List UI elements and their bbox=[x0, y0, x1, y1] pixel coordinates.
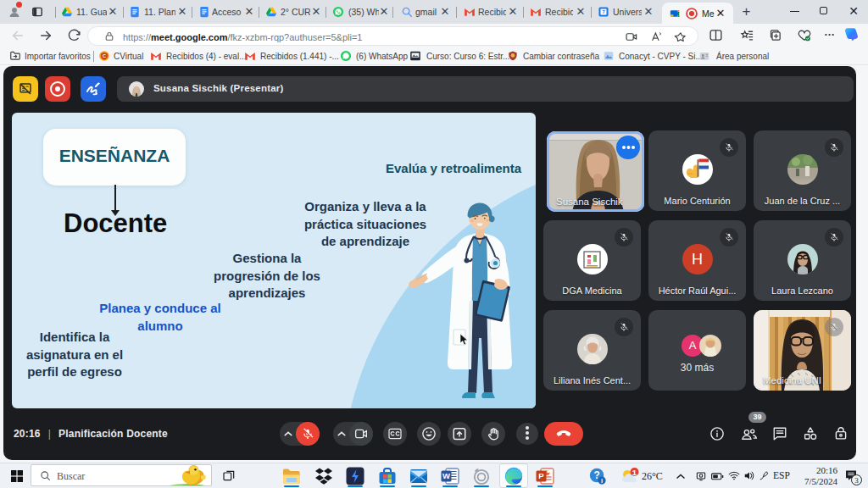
svg-text:W: W bbox=[442, 471, 450, 480]
svg-text:C: C bbox=[103, 53, 106, 58]
svg-text:7: 7 bbox=[602, 9, 604, 14]
svg-text:P: P bbox=[538, 471, 544, 480]
svg-text:i: i bbox=[601, 477, 603, 485]
svg-text:1: 1 bbox=[632, 468, 637, 477]
